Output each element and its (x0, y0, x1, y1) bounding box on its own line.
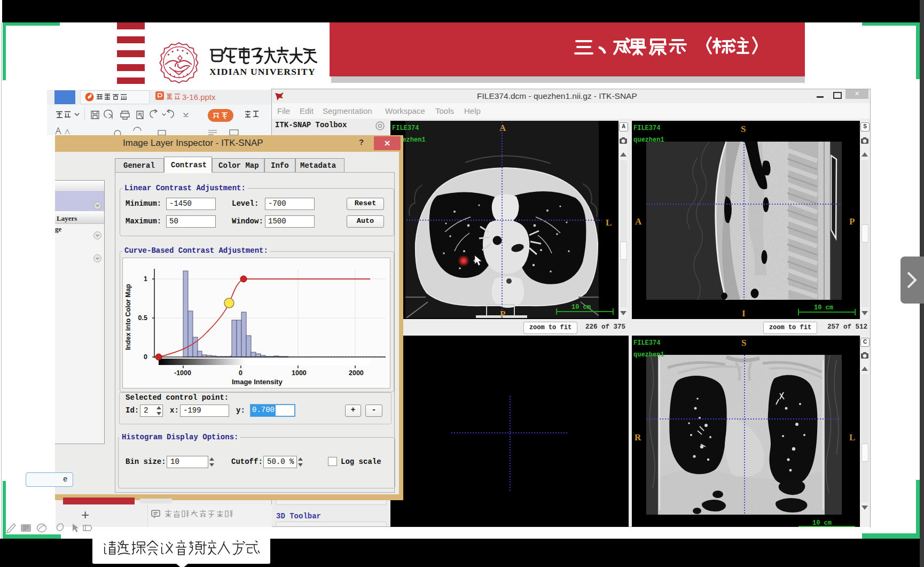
svg-text:2000: 2000 (349, 369, 364, 377)
svg-text:1: 1 (144, 275, 147, 283)
svg-text:0.5: 0.5 (138, 314, 147, 322)
svg-text:S: S (741, 124, 746, 134)
svg-text:A: A (499, 123, 506, 133)
svg-text:Index into Color Map: Index into Color Map (124, 284, 132, 350)
svg-text:L: L (606, 218, 612, 228)
svg-text:10 cm: 10 cm (814, 304, 833, 312)
svg-text:-1000: -1000 (174, 369, 191, 377)
svg-text:quezhen1: quezhen1 (633, 351, 664, 359)
svg-text:Image Intensity: Image Intensity (232, 378, 283, 386)
svg-text:FILE374: FILE374 (633, 339, 660, 347)
svg-text:0: 0 (144, 353, 147, 361)
svg-text:0: 0 (239, 369, 242, 377)
svg-text:10 cm: 10 cm (812, 519, 832, 527)
svg-text:FILE374: FILE374 (633, 125, 660, 132)
svg-text:R: R (635, 432, 641, 442)
svg-text:P: P (849, 216, 855, 227)
svg-text:A: A (635, 216, 642, 227)
svg-text:L: L (849, 432, 855, 442)
svg-text:10 cm: 10 cm (571, 304, 591, 311)
svg-text:S: S (741, 338, 746, 348)
svg-text:quezhen1: quezhen1 (633, 136, 664, 144)
svg-text:I: I (742, 308, 746, 319)
svg-text:1000: 1000 (292, 369, 307, 377)
svg-text:P: P (500, 309, 505, 319)
svg-text:FILE374: FILE374 (392, 125, 419, 132)
